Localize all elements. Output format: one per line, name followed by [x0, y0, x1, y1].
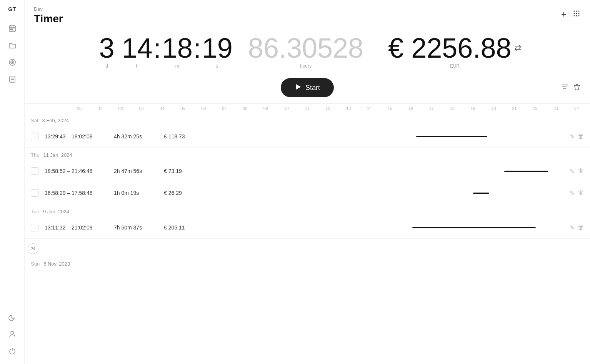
timer-amount-row: € 2256.88 ⇄ [388, 34, 521, 62]
timeline-hour-07: 07 [214, 104, 235, 113]
timer-total-hours: 86.30528 hours [248, 34, 363, 69]
entry-duration: 2h 47m 56s [114, 168, 164, 174]
entry-checkbox[interactable] [31, 167, 38, 175]
sidebar-item-folder[interactable] [5, 38, 19, 52]
edit-icon[interactable]: ✎ [570, 189, 575, 197]
filter-icon[interactable] [561, 83, 568, 93]
sidebar-item-power[interactable] [5, 344, 19, 358]
sidebar: GT [0, 0, 25, 364]
svg-point-19 [578, 13, 580, 14]
svg-point-15 [576, 11, 577, 12]
hour-circle[interactable]: 24 [28, 243, 38, 254]
entry-bar [504, 171, 548, 172]
entry-timeline [206, 129, 584, 144]
controls-section: Start [25, 75, 590, 103]
main-content: Dev Timer + 3 d [25, 0, 590, 364]
entry-checkbox[interactable] [31, 224, 38, 231]
timer-days-label: d [105, 63, 108, 69]
currency-switch-icon[interactable]: ⇄ [514, 43, 521, 53]
timer-hours-value: 14 [122, 34, 153, 62]
start-button[interactable]: Start [281, 78, 334, 97]
timeline-hour-09: 09 [255, 104, 276, 113]
entry-timeline [206, 185, 584, 201]
add-button[interactable]: + [561, 10, 566, 20]
start-label: Start [305, 84, 320, 92]
svg-point-17 [574, 13, 575, 14]
entry-duration: 1h 0m 19s [114, 190, 164, 196]
entry-checkbox[interactable] [31, 189, 38, 197]
header-right: + [561, 6, 581, 20]
timeline-hour-00: 00 [69, 104, 90, 113]
svg-rect-4 [10, 29, 12, 30]
timer-total-hours-label: hours [300, 63, 312, 69]
entry-bar [416, 136, 487, 137]
page-title: Timer [34, 13, 63, 25]
controls-right [561, 83, 581, 93]
entry-actions: ✎ 🗑 [570, 224, 584, 231]
euro-sign: € [164, 224, 167, 231]
timeline-hour-02: 02 [110, 104, 131, 113]
timeline-hour-01: 01 [90, 104, 110, 113]
entry-checkbox[interactable] [31, 133, 38, 140]
svg-point-18 [576, 13, 577, 14]
day-date: 9 Jan, 2024 [43, 209, 69, 214]
edit-icon[interactable]: ✎ [570, 133, 575, 140]
timeline-hour-03: 03 [131, 104, 152, 113]
entry-duration: 4h 32m 25s [114, 133, 164, 140]
entry-duration: 7h 50m 37s [114, 224, 164, 231]
day-name: Thu [31, 152, 39, 158]
delete-entry-icon[interactable]: 🗑 [578, 168, 584, 175]
sidebar-item-target[interactable] [5, 55, 19, 69]
amount-value: 118.73 [168, 133, 185, 140]
svg-point-13 [11, 331, 14, 334]
entry-time: 13:11:32 – 21:02:09 [45, 224, 114, 231]
sidebar-item-moon[interactable] [5, 310, 19, 324]
edit-icon[interactable]: ✎ [570, 224, 575, 231]
timer-section: 3 d 14 h : 18 m : 19 s 86.30528 hours € … [25, 28, 590, 75]
timeline-hour-19: 19 [463, 104, 483, 113]
entry-time: 18:58:52 – 21:46:48 [45, 168, 114, 174]
timeline-hour-10: 10 [276, 104, 297, 113]
grid-button[interactable] [572, 9, 581, 20]
sidebar-item-calendar[interactable] [5, 22, 19, 35]
timeline-hour-06: 06 [193, 104, 214, 113]
entry-amount: € 26.29 [164, 190, 206, 196]
sidebar-item-notes[interactable] [5, 72, 19, 86]
svg-point-8 [12, 62, 13, 63]
euro-sign: € [164, 133, 167, 140]
timer-amount-section: € 2256.88 ⇄ EUR [388, 34, 521, 69]
table-row: 18:58:52 – 21:46:48 2h 47m 56s € 73.19 ✎… [25, 160, 590, 182]
timeline-hour-08: 08 [235, 104, 255, 113]
timeline-hour-21: 21 [504, 104, 525, 113]
delete-entry-icon[interactable]: 🗑 [578, 224, 584, 231]
entry-amount: € 205.11 [164, 224, 206, 231]
day-header: Thu11 Jan, 2024 [25, 148, 590, 160]
timeline-hour-15: 15 [380, 104, 400, 113]
timer-seconds-label: s [216, 63, 218, 69]
timer-currency-label: EUR [450, 63, 460, 69]
delete-entry-icon[interactable]: 🗑 [578, 133, 584, 140]
sidebar-bottom [5, 310, 19, 358]
header-left: Dev Timer [34, 6, 63, 25]
sidebar-item-user[interactable] [5, 327, 19, 341]
play-icon [295, 83, 302, 92]
svg-marker-23 [296, 84, 301, 90]
day-name: Tue [31, 209, 39, 214]
delete-entry-icon[interactable]: 🗑 [578, 189, 584, 196]
timeline-hour-22: 22 [525, 104, 545, 113]
timeline-hour-04: 04 [152, 104, 173, 113]
timeline-hour-13: 13 [338, 104, 359, 113]
timeline-hour-05: 05 [172, 104, 193, 113]
entry-time: 13:29:43 – 18:02:08 [45, 133, 114, 140]
entry-actions: ✎ 🗑 [570, 133, 584, 140]
timer-sep-2: : [153, 35, 162, 68]
svg-point-20 [574, 15, 575, 17]
next-day-row: 24 [25, 239, 590, 256]
edit-icon[interactable]: ✎ [570, 168, 575, 175]
day-header: Sat3 Feb, 2024 [25, 113, 590, 126]
timeline-hour-16: 16 [400, 104, 421, 113]
timer-hours-label: h [136, 63, 138, 69]
entry-actions: ✎ 🗑 [570, 168, 584, 175]
entries-container: Sat3 Feb, 2024 13:29:43 – 18:02:08 4h 32… [25, 113, 590, 364]
delete-icon[interactable] [573, 83, 581, 93]
